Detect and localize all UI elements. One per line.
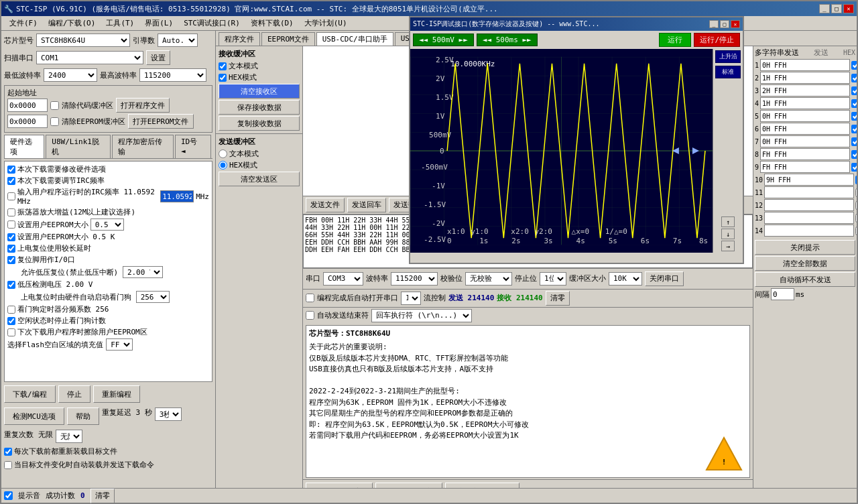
- multi-check-7[interactable]: [851, 150, 857, 159]
- open-eeprom-file-button[interactable]: 打开EEPROM文件: [128, 114, 194, 129]
- menu-program[interactable]: 编程/下载(O): [43, 17, 101, 29]
- tab-prog-file[interactable]: 程序文件: [219, 32, 260, 46]
- menu-tools[interactable]: 工具(T): [101, 17, 139, 29]
- hw-opt-check-6[interactable]: [7, 245, 15, 253]
- hw-opt-check-8[interactable]: [7, 281, 15, 289]
- tab-serial-assistant[interactable]: USB-CDC/串口助手: [316, 32, 393, 46]
- irc-freq-input[interactable]: [160, 190, 194, 202]
- multi-input-6[interactable]: [760, 135, 850, 147]
- hw-opt-check-9[interactable]: [7, 306, 15, 314]
- low-volt-select[interactable]: 2.00 V: [123, 266, 163, 278]
- menu-file[interactable]: 文件(F): [4, 17, 43, 29]
- auto-open-check[interactable]: [306, 294, 314, 302]
- multi-check-10[interactable]: [855, 188, 857, 197]
- multi-input-11[interactable]: [764, 199, 854, 211]
- clear-recv-button[interactable]: 清空接收区: [219, 84, 300, 99]
- watchdog-select[interactable]: 256: [136, 291, 170, 303]
- tab-id[interactable]: ID号 ◄: [175, 135, 211, 158]
- multi-check-2[interactable]: [851, 86, 857, 95]
- clear-eeprom-cache-check[interactable]: [50, 117, 59, 126]
- close-port-button[interactable]: 关闭串口: [645, 271, 684, 286]
- buffer-select[interactable]: 10K: [609, 272, 642, 286]
- scan-select[interactable]: COM1: [36, 51, 143, 64]
- baud-select-ctrl[interactable]: 115200: [391, 272, 438, 286]
- tab-hw-options[interactable]: 硬件选项: [4, 135, 44, 158]
- hw-opt-check-1[interactable]: [7, 177, 15, 185]
- auto-close-check[interactable]: [306, 311, 314, 320]
- min-baud-select[interactable]: 2400: [44, 68, 97, 82]
- time-scale-button[interactable]: ◄◄ 500ms ►►: [477, 34, 538, 46]
- stop-button[interactable]: 停止: [58, 385, 90, 403]
- multi-input-9[interactable]: [764, 174, 854, 186]
- multi-check-6[interactable]: [851, 137, 857, 146]
- hw-opt-check-0[interactable]: [7, 166, 15, 174]
- ch2-standard-button[interactable]: 标准: [715, 66, 741, 78]
- multi-check-11[interactable]: [855, 201, 857, 210]
- clear-code-cache-check[interactable]: [50, 101, 59, 110]
- multi-input-3[interactable]: [760, 97, 850, 109]
- menu-stc-debug[interactable]: STC调试接口(R): [178, 17, 245, 29]
- close-button[interactable]: ✕: [843, 4, 854, 13]
- tab-u8w[interactable]: U8W/Link1脱机: [46, 135, 111, 158]
- copy-recv-button[interactable]: 复制接收数据: [219, 116, 300, 131]
- multi-input-0[interactable]: [760, 59, 850, 71]
- recv-hex-mode-check[interactable]: [219, 74, 227, 82]
- multi-check-8[interactable]: [851, 163, 857, 172]
- osc-close-button[interactable]: ✕: [731, 20, 740, 28]
- open-prog-file-button[interactable]: 打开程序文件: [116, 98, 170, 113]
- hw-opt-check-4[interactable]: [7, 220, 15, 229]
- restart-count-select[interactable]: 无限: [56, 430, 82, 443]
- auto-close-value-select[interactable]: 回车执行符 (\r\n...): [371, 309, 472, 322]
- clear-count-button[interactable]: 清零: [546, 291, 570, 306]
- flash-fill-select[interactable]: FF: [106, 338, 133, 351]
- clear-send-button[interactable]: 清空发送区: [219, 172, 300, 186]
- menu-university[interactable]: 大学计划(U): [299, 17, 353, 29]
- auto-loop-button[interactable]: 自动循环不发送: [755, 272, 855, 287]
- hw-opt-check-7[interactable]: [7, 256, 15, 264]
- multi-check-1[interactable]: [851, 74, 857, 82]
- osc-down-button[interactable]: ↓: [721, 229, 735, 239]
- stop-select[interactable]: 1位: [540, 272, 566, 286]
- osc-up-button[interactable]: ↑: [721, 216, 735, 227]
- tab-eeprom-file[interactable]: EEPROM文件: [261, 32, 315, 46]
- addr2-input[interactable]: [7, 115, 48, 128]
- sound-check[interactable]: [4, 491, 13, 500]
- multi-check-4[interactable]: [851, 112, 857, 121]
- hw-opt-check-5[interactable]: [7, 233, 15, 241]
- port-select[interactable]: COM3: [323, 272, 363, 286]
- multi-check-5[interactable]: [851, 125, 857, 133]
- recv-text-mode-check[interactable]: [219, 62, 227, 70]
- multi-input-13[interactable]: [764, 225, 854, 237]
- multi-input-10[interactable]: [764, 186, 854, 198]
- multi-input-1[interactable]: [760, 72, 850, 84]
- multi-check-12[interactable]: [855, 214, 857, 223]
- multi-check-9[interactable]: [855, 176, 857, 184]
- osc-right-button[interactable]: →: [721, 241, 735, 251]
- send-file-button[interactable]: 发送文件: [306, 198, 345, 212]
- maximize-button[interactable]: □: [831, 4, 842, 13]
- minimize-button[interactable]: _: [819, 4, 830, 13]
- menu-download[interactable]: 资料下载(D): [245, 17, 299, 29]
- multi-input-7[interactable]: [760, 148, 850, 160]
- osc-minimize-button[interactable]: _: [709, 20, 719, 28]
- multi-check-3[interactable]: [851, 99, 857, 108]
- menu-interface[interactable]: 界面(L): [139, 17, 178, 29]
- interval-input[interactable]: [771, 288, 794, 300]
- auto-load-check[interactable]: [4, 461, 12, 469]
- reprogram-button[interactable]: 重新编程: [93, 385, 140, 403]
- addr1-input[interactable]: [7, 99, 48, 112]
- help-button[interactable]: 帮助: [67, 407, 99, 425]
- multi-check-0[interactable]: [851, 61, 857, 70]
- clear-success-button[interactable]: 清零: [90, 489, 115, 503]
- hw-opt-check-3[interactable]: [7, 208, 15, 216]
- chip-select[interactable]: STC8H8K64U: [36, 34, 130, 47]
- osc-maximize-button[interactable]: □: [720, 20, 729, 28]
- tab-encrypt[interactable]: 程序加密后传输: [112, 135, 174, 158]
- hw-opt-check-11[interactable]: [7, 328, 15, 336]
- multi-check-13[interactable]: [855, 227, 857, 235]
- reload-file-check[interactable]: [4, 448, 12, 456]
- settings-button[interactable]: 设置: [146, 50, 170, 65]
- clear-all-button[interactable]: 清空全部数据: [755, 256, 855, 271]
- multi-input-2[interactable]: [760, 84, 850, 97]
- multi-input-12[interactable]: [764, 212, 854, 224]
